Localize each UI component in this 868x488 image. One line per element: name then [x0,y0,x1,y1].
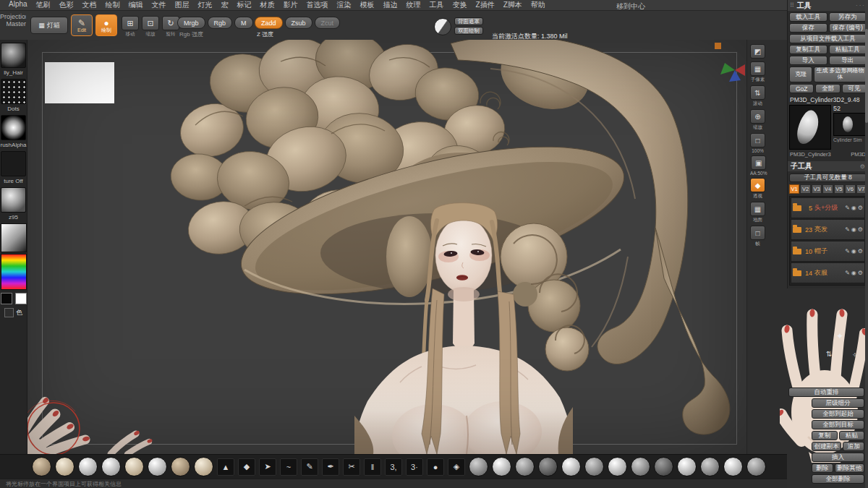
subtool-version-tab[interactable]: V5 [834,184,844,194]
subtool-version-tab[interactable]: V6 [845,184,855,194]
matcap-thumb[interactable] [677,457,697,476]
edit-mode-button[interactable]: ✎ Edit [71,14,93,36]
menu-item[interactable]: 标记 [233,0,256,10]
import-button[interactable]: 导入 [789,56,827,65]
load-tool-button[interactable]: 载入工具 [789,12,827,22]
color-picker-hue[interactable] [1,254,27,290]
menu-item[interactable]: 材质 [256,0,279,10]
copy-tool-button[interactable]: 复制工具 [789,45,827,54]
all-to-start-button[interactable]: 全部到起始 [812,409,864,419]
right-shelf-item[interactable]: ⇅ 滚动 [750,85,765,107]
insert-button[interactable]: 插入 [812,453,864,462]
subtool-row[interactable]: 14 衣服 ✎ ◉ ⚙ [791,262,865,283]
panel-header-dots-icon[interactable]: ··· [856,2,866,9]
paint-icon[interactable]: ✎ [845,226,850,233]
right-shelf-item[interactable]: ▣ AA:50% [750,155,767,176]
matcap-thumb[interactable] [538,457,558,476]
subtool-gear-icon[interactable]: ⚙ [860,163,865,170]
hier-subdiv-button[interactable]: 层级细分 [812,398,864,408]
paste-subtool-button[interactable]: 粘贴 [839,431,865,440]
move-updown-icon[interactable]: ⇅ [826,350,832,358]
menu-item[interactable]: 渲染 [333,0,356,10]
matcap-thumb[interactable] [78,457,98,476]
right-shelf-item[interactable]: ▦ 子像素 [750,61,765,83]
menu-item[interactable]: 色彩 [55,0,78,10]
alpha-thumb[interactable] [1,115,26,140]
main-color-swatch[interactable] [1,293,12,304]
gear-icon[interactable]: ⚙ [858,270,863,276]
matcap-thumb[interactable] [631,457,650,476]
m-button[interactable]: M [234,17,253,29]
matcap-thumb[interactable] [746,457,766,476]
backface-mask-button[interactable]: 背面遮罩 [454,17,483,25]
color-picker-sv[interactable] [1,223,27,252]
matcap-thumb[interactable] [723,457,743,476]
brush-tool-icon[interactable]: ✒ [322,458,339,476]
duplicate-button[interactable]: 创建副本 [812,442,841,451]
save-button[interactable]: 保存 [789,23,827,33]
brush-tool-icon[interactable]: ▲ [217,458,234,476]
diamond-small-icon[interactable]: ✧ [852,351,858,359]
texture-thumb[interactable] [1,151,26,176]
subtool-row[interactable]: 10 帽子 ✎ ◉ ⚙ [791,241,865,262]
brush-tool-icon[interactable]: ◆ [238,458,255,476]
right-shelf-item[interactable]: □ 100% [750,133,765,153]
z-intensity-slider[interactable]: Z 强度 [257,30,273,38]
subtool-row[interactable]: 5 头+分级 ✎ ◉ ⚙ [791,197,865,218]
subtool-header[interactable]: 子工具 ⚙ [788,161,868,171]
gear-icon[interactable]: ⚙ [858,248,863,254]
menu-item[interactable]: 首选项 [302,0,333,10]
goz-all-button[interactable]: 全部 [815,84,840,93]
draw-mode-button[interactable]: ● 绘制 [95,14,117,36]
menu-item[interactable]: 影片 [279,0,302,10]
delete-all-button[interactable]: 全部删除 [812,474,864,484]
matcap-thumb[interactable] [492,457,511,476]
move-button[interactable]: ⊞ [122,16,139,30]
right-shelf-item[interactable]: ◩ [750,44,765,59]
switch-color[interactable]: 色 [4,308,22,317]
zcut-button[interactable]: Zcut [315,17,341,29]
projection-master-button[interactable]: Projection Master [0,13,26,35]
menu-item[interactable]: Alpha [4,0,32,10]
matcap-thumb[interactable] [515,457,535,476]
menu-item[interactable]: 编辑 [124,0,148,10]
matcap-thumb[interactable] [171,457,190,476]
menu-item-center[interactable]: 移到中心 [616,1,645,12]
eye-icon[interactable]: ◉ [851,226,856,233]
menu-item[interactable]: 绘制 [101,0,124,10]
paint-icon[interactable]: ✎ [845,270,850,276]
stroke-thumb[interactable] [1,79,26,104]
zsub-button[interactable]: Zsub [285,17,312,29]
active-tool-thumb[interactable] [789,105,831,150]
menu-item[interactable]: Z插件 [472,0,499,10]
matcap-thumb[interactable] [469,457,488,476]
save-numbered-button[interactable]: 保存 (编号) [829,23,867,33]
gear-icon[interactable]: ⚙ [858,226,863,233]
matcap-thumb[interactable] [32,457,51,476]
eye-icon[interactable]: ◉ [851,205,856,211]
paste-tool-button[interactable]: 粘贴工具 [829,45,867,54]
matcap-thumb[interactable] [55,457,75,476]
goz-visible-button[interactable]: 可见 [842,84,867,93]
menu-item[interactable]: 纹理 [402,0,425,10]
rgb-intensity-slider[interactable]: Rgb 强度 [179,30,203,38]
load-from-project-button[interactable]: 从项目文件载入工具 [789,34,867,43]
diamond-icon[interactable]: ✦ [836,331,843,341]
double-sided-button[interactable]: 双面绘制 [454,27,483,35]
menu-item[interactable]: 模板 [356,0,379,10]
brush-tool-icon[interactable]: ‖ [364,458,381,476]
goz-button[interactable]: GoZ [789,84,814,93]
brush-tool-icon[interactable]: ● [427,458,444,476]
tool-thumb-small[interactable] [833,113,867,136]
lightbox-button[interactable]: ▦ 灯箱 [30,17,68,34]
material-thumb[interactable] [1,187,26,213]
brush-tool-icon[interactable]: 3· [406,458,423,476]
matcap-thumb[interactable] [101,457,121,476]
menu-item[interactable]: 文件 [148,0,171,10]
rgb-button[interactable]: Rgb [208,17,233,29]
save-as-button[interactable]: 另存为 [829,12,867,22]
eye-icon[interactable]: ◉ [851,270,856,276]
menu-item[interactable]: 变换 [448,0,472,10]
menu-item[interactable]: Z脚本 [499,0,527,10]
brush-tool-icon[interactable]: ✎ [301,458,318,476]
